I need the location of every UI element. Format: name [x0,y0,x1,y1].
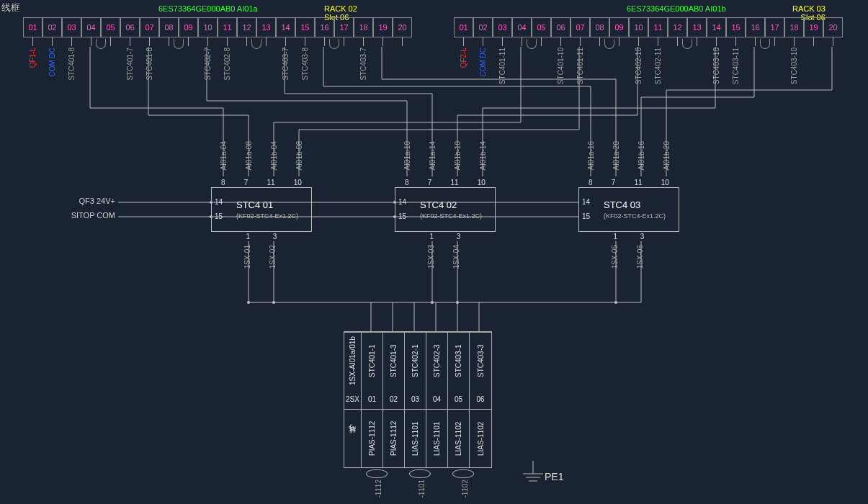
terminal-vlabel: STC401-8 [68,48,76,81]
terminal-15: 15 [295,17,315,37]
terminal-13: 13 [687,17,707,37]
terminal-vlabel: STC403-10 [790,48,798,84]
terminal-vlabel: COM DC [48,48,56,77]
ground-symbol [523,461,543,481]
terminal-15: 15 [726,17,746,37]
terminal-17: 17 [334,17,354,37]
terminal-vlabel: STC401-11 [498,48,506,84]
ai-tag: AI01a-14 [429,141,437,171]
terminal-strip-a: 0102030405060708091011121314151617181920 [23,17,412,37]
terminal-10: 10 [629,17,648,37]
terminal-01: 01 [454,17,473,37]
terminal-16: 16 [746,17,765,37]
rack-b-part: 6ES73364GE000AB0 AI01b [627,4,726,13]
ai-tag: AI01a-08 [245,141,253,171]
terminal-vlabel: STC403-11 [732,48,740,84]
terminal-07: 07 [571,17,590,37]
ai-tag: AI01a-20 [612,141,620,171]
ai-tag: AI01b-14 [479,141,487,171]
ai-tag: AI01b-08 [295,141,303,171]
terminal-vlabel: STC401-8 [146,48,153,81]
terminal-vlabel: COM DC [479,48,487,77]
isx-tag: 1SX-01 [243,245,251,269]
ai-tag: AI01a-10 [403,141,411,171]
terminal-vlabel: STC401-7 [126,48,134,81]
terminal-11: 11 [648,17,668,37]
tail-label: -1112 [375,480,382,498]
terminal-20: 20 [393,17,412,37]
terminal-19: 19 [373,17,393,37]
wires-stc-to-table [247,241,641,331]
terminal-16: 16 [315,17,334,37]
table-cell: LIAS-1101 [405,410,426,467]
terminal-07: 07 [140,17,159,37]
isx-tag: 1SX-05 [611,245,619,269]
terminal-vlabel: STC403-7 [282,48,290,81]
terminal-vlabel: QF1-L [29,48,37,68]
terminal-18: 18 [784,17,804,37]
stc-box-2: 871110 14 15 STC4 02 (KF02-STC4-Ex1.2C) … [395,187,496,232]
ai-tag: AI01b-04 [270,141,278,171]
terminal-02: 02 [473,17,493,37]
table-header-cell: 2SX [344,390,361,410]
table-cell: PIAS-1112 [383,410,404,467]
table-cell: 05 [448,390,469,410]
table-cell: STC401-1 [362,332,382,390]
terminal-12: 12 [668,17,687,37]
ai-tag: AI01b-10 [454,141,462,171]
stc-box-1: 871110 14 15 STC4 01 (KF02-STC4-Ex1.2C) … [211,187,312,232]
schematic-canvas: 线框 6ES73364GE000AB0 AI01a RACK 02 Slot 0… [0,0,868,504]
ai-tag: AI01a-04 [220,141,228,171]
svg-point-19 [431,301,434,304]
table-cell: 03 [405,390,426,410]
table-cell: LIAS-1101 [426,410,447,467]
terminal-vlabel: STC403-7 [359,48,367,81]
terminal-vlabel: STC402-7 [204,48,212,81]
terminal-04: 04 [81,17,101,37]
terminal-vlabel: STC401-10 [557,48,565,84]
table-cell: 01 [362,390,382,410]
terminal-11: 11 [218,17,237,37]
svg-point-17 [247,301,250,304]
terminal-06: 06 [120,17,140,37]
table-header-cell: 线 号 [344,410,361,467]
svg-point-18 [272,301,275,304]
title-corner: 线框 [1,1,20,14]
terminal-vlabel: STC402-11 [654,48,662,84]
table-cell: LIAS-1102 [448,410,469,467]
isx-tag: 1SX-04 [452,245,460,269]
terminal-vlabel: STC401-11 [576,48,584,84]
table-cell: STC402-3 [426,332,447,390]
terminal-19: 19 [804,17,823,37]
terminal-02: 02 [42,17,62,37]
terminal-04: 04 [512,17,532,37]
stc-box-3: 871110 14 15 STC4 03 (KF02-STC4-Ex1.2C) … [578,187,679,232]
terminal-10: 10 [198,17,218,37]
table-cell: STC403-3 [470,332,491,390]
pe-label: PE1 [545,471,563,482]
table-cell: 04 [426,390,447,410]
terminal-13: 13 [256,17,276,37]
terminal-05: 05 [101,17,120,37]
ai-tag: AI01b-16 [637,141,645,171]
label-qf3-24v: QF3 24V+ [65,197,115,205]
terminal-strip-b: 0102030405060708091011121314151617181920 [454,17,843,37]
isx-tag: 1SX-02 [269,245,277,269]
terminal-20: 20 [823,17,843,37]
terminal-12: 12 [237,17,256,37]
tail-label: -1102 [461,480,469,498]
terminal-vlabel: QF2-L [460,48,467,68]
table-header-cell: 1SX-AI01a/01b [344,332,361,390]
bottom-table: 1SX-AI01a/01b2SX线 号STC401-101PIAS-1112ST… [344,331,492,468]
terminal-vlabel: STC402-10 [635,48,643,84]
svg-point-20 [456,301,459,304]
table-cell: PIAS-1112 [362,410,382,467]
terminal-17: 17 [765,17,784,37]
terminal-18: 18 [354,17,373,37]
table-cell: 02 [383,390,404,410]
terminal-14: 14 [276,17,295,37]
isx-tag: 1SX-06 [636,245,644,269]
label-sitop-com: SITOP COM [65,211,115,220]
table-cell: LIAS-1102 [470,410,491,467]
terminal-09: 09 [609,17,629,37]
